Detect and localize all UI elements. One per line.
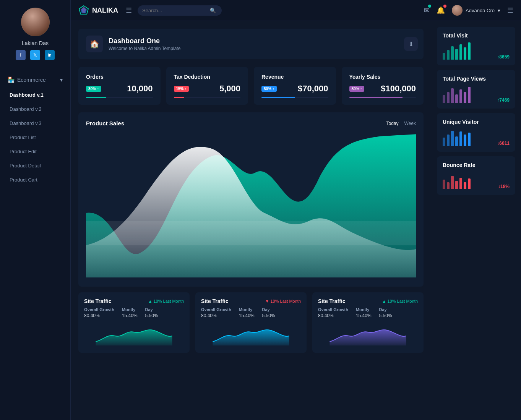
mini-bar [464, 47, 466, 60]
mini-bars-bounce [443, 172, 471, 189]
sidebar-menu: 🏪 Ecommerce ▾ Dashboard v.1 Dashboard v.… [0, 72, 70, 187]
right-card-value-pageviews: ↑7469 [497, 97, 510, 103]
bell-icon[interactable]: 🔔 [437, 6, 445, 15]
sidebar-section-ecommerce[interactable]: 🏪 Ecommerce ▾ [0, 72, 70, 88]
traffic-monthly-value-3: 15.40% [356, 313, 372, 318]
mini-bar [468, 133, 471, 146]
mini-bar [443, 180, 445, 189]
page-title: Dashboard One [109, 37, 180, 45]
traffic-day-label-2: Day [262, 307, 275, 312]
tab-week[interactable]: Week [404, 121, 416, 126]
traffic-grid: Site Traffic ▲ 18% Last Month Overall Gr… [78, 292, 424, 353]
twitter-icon[interactable]: 𝕏 [30, 50, 40, 60]
traffic-overall-value-2: 80.40% [201, 313, 217, 318]
traffic-monthly-label-3: Montly [356, 307, 372, 312]
traffic-header-3: Site Traffic ▲ 18% Last Month [318, 298, 418, 304]
hamburger-button[interactable]: ☰ [126, 6, 132, 15]
traffic-stats-3: Overall Growth 80.40% Montly 15.40% Day … [318, 307, 418, 319]
search-bar: 🔍 [138, 5, 222, 16]
mini-bar [464, 135, 466, 146]
facebook-icon[interactable]: f [16, 50, 26, 60]
menu-icon[interactable]: ☰ [507, 6, 513, 15]
traffic-day-label-3: Day [379, 307, 392, 312]
stat-value-revenue: $70,000 [298, 84, 328, 94]
social-icons: f 𝕏 in [16, 50, 55, 60]
page-header: 🏠 Dashboard One Welcome to Nalika Admin … [78, 29, 424, 59]
traffic-overall-label-3: Overall Growth [318, 307, 348, 312]
traffic-overall-label-2: Overall Growth [201, 307, 231, 312]
traffic-badge-3: ▲ 18% Last Month [382, 299, 418, 303]
traffic-monthly-label-2: Montly [239, 307, 255, 312]
download-button[interactable]: ⬇ [404, 37, 418, 51]
mini-bar [468, 42, 471, 60]
traffic-day-value-3: 5.50% [379, 313, 392, 318]
stat-badge-yearly: 80% ↑ [349, 86, 365, 92]
stat-badge-row-yearly: 80% ↑ $100,000 [349, 84, 416, 94]
stat-badge-orders: 30% ↑ [86, 86, 101, 92]
content-right: Total Visit ↑8659 Total Page [431, 21, 521, 420]
mini-bar [459, 131, 462, 146]
mail-icon[interactable]: ✉ [424, 6, 430, 15]
traffic-card-2: Site Traffic ▼ 18% Last Month Overall Gr… [195, 292, 307, 353]
page-subtitle: Welcome to Nalika Admin Template [109, 46, 180, 51]
ecommerce-icon: 🏪 [8, 76, 15, 83]
stat-card-yearly: Yearly Sales 80% ↑ $100,000 [342, 67, 424, 105]
main: NALIKA ☰ 🔍 ✉ 🔔 Advanda Cro ▾ ☰ [71, 0, 521, 420]
sidebar-item-dashboard-v1[interactable]: Dashboard v.1 [0, 88, 70, 102]
traffic-day-2: Day 5.50% [262, 307, 275, 319]
page-header-icon: 🏠 [86, 36, 103, 52]
mini-bar [451, 131, 454, 146]
right-card-body-visit: ↑8659 [443, 42, 510, 60]
traffic-card-3: Site Traffic ▲ 18% Last Month Overall Gr… [312, 292, 424, 353]
product-sales-title: Product Sales [86, 120, 124, 126]
user-name: Advanda Cro [466, 8, 495, 13]
mini-bar [455, 136, 458, 146]
stat-title-yearly: Yearly Sales [349, 74, 416, 80]
stat-value-orders: 10,000 [127, 84, 153, 94]
linkedin-icon[interactable]: in [45, 50, 55, 60]
mini-bar [447, 135, 450, 146]
traffic-monthly-3: Montly 15.40% [356, 307, 372, 319]
traffic-day-value-2: 5.50% [262, 313, 275, 318]
traffic-overall-3: Overall Growth 80.40% [318, 307, 348, 319]
sidebar-item-product-detail[interactable]: Product Detail [0, 159, 70, 173]
mini-bar [443, 53, 445, 60]
search-input[interactable] [142, 8, 207, 13]
mini-bar [455, 181, 458, 189]
card-header: Product Sales Today Week [86, 120, 416, 126]
logo-icon [78, 5, 89, 16]
mail-badge [428, 5, 431, 8]
traffic-badge-2: ▼ 18% Last Month [265, 299, 301, 303]
traffic-sparkline-3 [318, 323, 418, 345]
stat-title-tax: Tax Deduction [174, 74, 241, 80]
stat-badge-row-orders: 30% ↑ 10,000 [86, 84, 153, 94]
content: 🏠 Dashboard One Welcome to Nalika Admin … [71, 21, 521, 420]
right-card-title-visitor: Unique Visitor [443, 119, 510, 125]
user-avatar-small [452, 5, 463, 16]
traffic-sparkline-1 [84, 323, 184, 345]
traffic-stats-2: Overall Growth 80.40% Montly 15.40% Day … [201, 307, 301, 319]
sidebar-item-dashboard-v3[interactable]: Dashboard v.3 [0, 116, 70, 130]
traffic-monthly-label-1: Montly [122, 307, 138, 312]
mini-bar [451, 176, 454, 189]
sidebar-item-product-edit[interactable]: Product Edit [0, 144, 70, 159]
traffic-monthly-2: Montly 15.40% [239, 307, 255, 319]
stat-card-orders: Orders 30% ↑ 10,000 [78, 67, 161, 105]
user-info[interactable]: Advanda Cro ▾ [452, 5, 500, 16]
stat-badge-tax: 15% ↑ [174, 86, 189, 92]
right-card-title-visit: Total Visit [443, 32, 510, 39]
mini-bars-pageviews [443, 86, 471, 103]
sidebar-item-product-list[interactable]: Product List [0, 130, 70, 144]
sidebar-item-dashboard-v2[interactable]: Dashboard v.2 [0, 102, 70, 116]
traffic-stats-1: Overall Growth 80.40% Montly 15.40% Day … [84, 307, 184, 319]
mini-bar [459, 178, 462, 189]
tab-today[interactable]: Today [386, 121, 399, 126]
mini-bar [443, 95, 445, 103]
sidebar-item-product-cart[interactable]: Product Cart [0, 173, 70, 187]
traffic-badge-1: ▲ 18% Last Month [148, 299, 184, 303]
mini-bars-visitor [443, 129, 471, 146]
product-sales-chart [86, 132, 416, 277]
search-icon: 🔍 [210, 8, 216, 13]
traffic-day-label-1: Day [145, 307, 158, 312]
traffic-monthly-value-2: 15.40% [239, 313, 255, 318]
